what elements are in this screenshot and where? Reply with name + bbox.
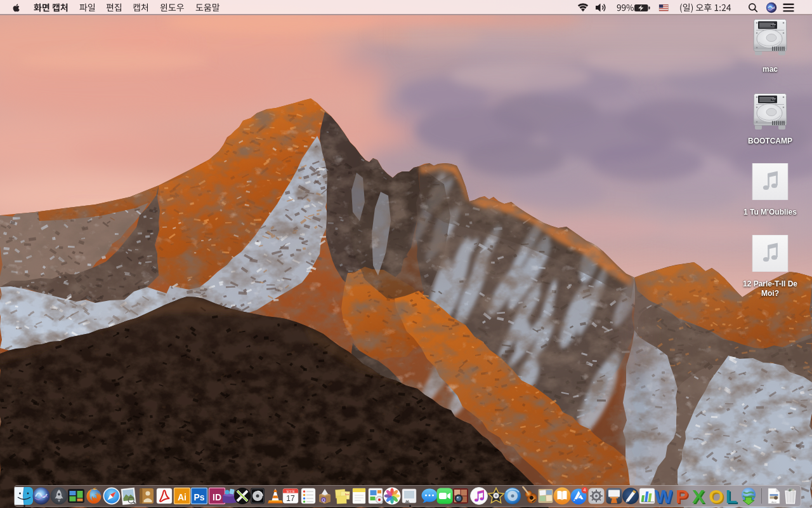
svg-text:X: X bbox=[692, 486, 705, 505]
svg-text:L: L bbox=[726, 486, 737, 505]
svg-text:docx: docx bbox=[771, 501, 776, 504]
svg-text:Note: Note bbox=[345, 493, 350, 496]
svg-text:4: 4 bbox=[584, 488, 586, 492]
svg-text:Q: Q bbox=[322, 498, 325, 503]
svg-text:W: W bbox=[655, 486, 673, 505]
svg-text:17: 17 bbox=[286, 494, 295, 503]
svg-text:P: P bbox=[676, 486, 688, 505]
svg-text:Ai: Ai bbox=[178, 492, 187, 502]
svg-text:Ps: Ps bbox=[193, 492, 204, 502]
svg-text:일요일: 일요일 bbox=[286, 490, 295, 493]
